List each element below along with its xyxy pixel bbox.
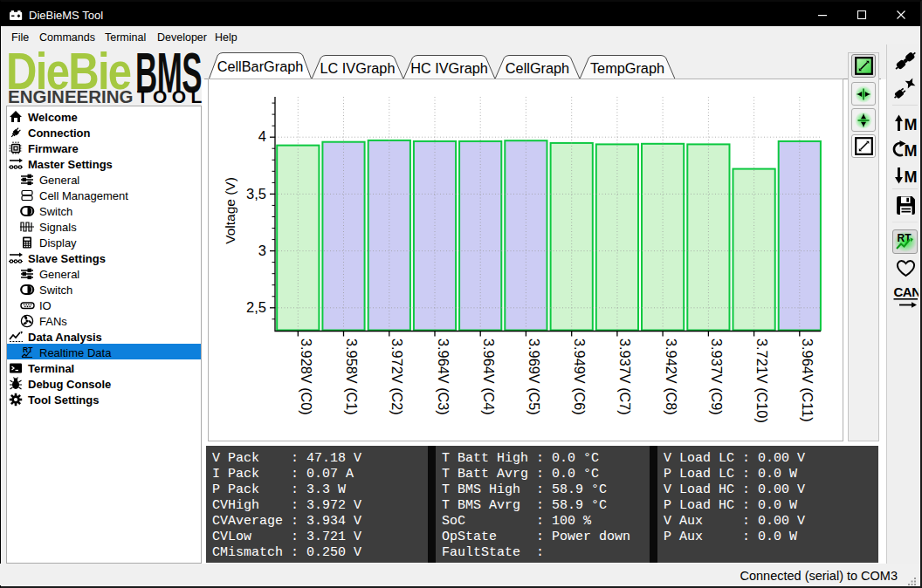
svg-text:2,5: 2,5 — [246, 299, 266, 315]
svg-text:RT: RT — [898, 232, 912, 244]
svg-text:M: M — [905, 142, 918, 158]
svg-text:3: 3 — [258, 243, 266, 258]
svg-text:3.964V (C4): 3.964V (C4) — [481, 338, 497, 415]
svg-text:3.949V (C6): 3.949V (C6) — [572, 338, 588, 415]
svg-text:3.958V (C1): 3.958V (C1) — [344, 338, 360, 415]
svg-text:3.964V (C11): 3.964V (C11) — [800, 338, 815, 422]
svg-text:3.964V (C3): 3.964V (C3) — [436, 338, 451, 415]
svg-text:HC IVGraph: HC IVGraph — [410, 60, 488, 76]
svg-text:M: M — [905, 168, 918, 184]
svg-text:CellBarGraph: CellBarGraph — [217, 58, 304, 74]
svg-text:3.721V (C10): 3.721V (C10) — [754, 338, 770, 423]
svg-text:3.969V (C5): 3.969V (C5) — [526, 338, 542, 415]
svg-text:LC IVGraph: LC IVGraph — [320, 60, 396, 76]
svg-text:3,5: 3,5 — [246, 186, 266, 202]
svg-text:3.937V (C7): 3.937V (C7) — [617, 338, 633, 415]
svg-text:TempGraph: TempGraph — [590, 60, 664, 76]
svg-text:CellGraph: CellGraph — [506, 60, 569, 76]
svg-text:4: 4 — [258, 128, 266, 144]
svg-text:3.972V (C2): 3.972V (C2) — [389, 338, 405, 415]
svg-text:Voltage (V): Voltage (V) — [223, 177, 237, 244]
svg-text:3.942V (C8): 3.942V (C8) — [664, 338, 679, 415]
svg-text:M: M — [905, 116, 918, 132]
svg-text:3.928V (C0): 3.928V (C0) — [299, 338, 314, 415]
svg-text:3.937V (C9): 3.937V (C9) — [709, 338, 725, 415]
svg-text:CAN: CAN — [894, 285, 919, 299]
